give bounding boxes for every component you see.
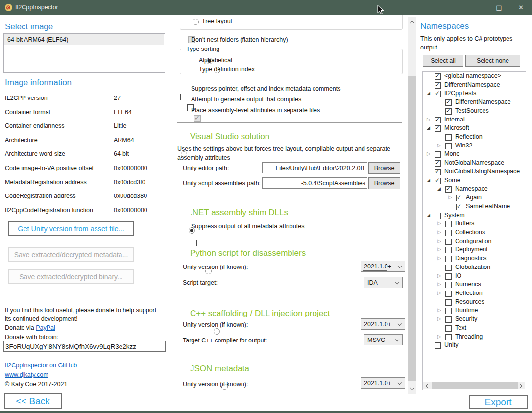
tree-item-differentnamespace[interactable]: DifferentNamespace	[423, 81, 526, 90]
cpp-scaffolding-radio[interactable]	[214, 328, 220, 335]
tree-item-checkbox[interactable]	[445, 99, 452, 106]
py-unity-version-combo[interactable]: 2021.1.0+	[361, 261, 405, 272]
tree-item-some[interactable]: ◢Some	[423, 177, 526, 186]
get-unity-version-button[interactable]: Get Unity version from asset file...	[8, 221, 134, 236]
tree-item-checkbox[interactable]	[445, 308, 452, 314]
image-list-item[interactable]: 64-bit ARM64 (ELF64)	[4, 34, 164, 45]
tree-item-microsoft[interactable]: ◢Microsoft	[423, 124, 526, 133]
bitcoin-address-input[interactable]: 3FoRUqUXgYj8NY8sMQfhX6vv9LqR3e2kzz	[3, 341, 166, 352]
tree-hscrollbar-thumb[interactable]	[432, 382, 518, 389]
tree-item-mono[interactable]: ▷Mono	[423, 150, 526, 159]
tree-item-deployment[interactable]: ▷Deployment	[423, 246, 526, 255]
close-icon[interactable]: ✕	[510, 0, 532, 15]
tree-item-checkbox[interactable]	[435, 213, 441, 219]
tree-item-checkbox[interactable]	[435, 117, 441, 123]
tree-item-runtime[interactable]: ▷Runtime	[423, 307, 526, 316]
tree-item-checkbox[interactable]	[435, 160, 441, 167]
collapse-icon[interactable]: ◢	[427, 125, 430, 130]
scroll-right-icon[interactable]	[518, 384, 523, 389]
tree-item-checkbox[interactable]	[435, 151, 441, 158]
collapse-icon[interactable]: ◢	[427, 91, 430, 96]
tree-item-security[interactable]: ▷Security	[423, 316, 526, 324]
tree-item-configuration[interactable]: ▷Configuration	[423, 238, 526, 246]
tree-item-namespace[interactable]: ◢Namespace	[423, 185, 526, 194]
option-checkbox[interactable]	[194, 115, 201, 122]
tree-item-globalization[interactable]: Globalization	[423, 264, 526, 272]
tree-item-checkbox[interactable]	[456, 204, 462, 210]
tree-item-il2cpptests[interactable]: ◢Il2CppTests	[423, 90, 526, 98]
website-link[interactable]: www.djkaty.com	[5, 371, 48, 378]
script-target-combo[interactable]: IDA	[364, 277, 403, 288]
tree-item-checkbox[interactable]	[445, 282, 452, 288]
browse-editor-path-button[interactable]: Browse	[368, 162, 400, 174]
cpp-unity-version-combo[interactable]: 2021.1.0+	[361, 318, 405, 330]
tree-item-diagnostics[interactable]: ▷Diagnostics	[423, 255, 526, 264]
back-button[interactable]: << Back	[4, 393, 62, 409]
tree-item-checkbox[interactable]	[445, 143, 452, 149]
tree-item-unity[interactable]: Unity	[423, 341, 526, 350]
tree-item-collections[interactable]: ▷Collections	[423, 229, 526, 238]
tree-item-checkbox[interactable]	[445, 316, 452, 323]
tree-item-reflection[interactable]: Reflection	[423, 133, 526, 142]
suppress-metadata-attrs-checkbox[interactable]	[196, 240, 203, 246]
options-scrollbar[interactable]	[408, 17, 416, 394]
tree-item-checkbox[interactable]	[445, 265, 452, 271]
script-assemblies-path-input[interactable]: -5.0.4\ScriptAssemblies	[262, 177, 367, 189]
maximize-icon[interactable]: □	[488, 0, 510, 15]
image-listbox[interactable]: 64-bit ARM64 (ELF64)	[3, 33, 165, 73]
tree-item-resources[interactable]: Resources	[423, 298, 526, 307]
save-metadata-button[interactable]: Save extracted/decrypted metadata...	[8, 247, 134, 262]
tree-item-reflection[interactable]: ▷Reflection	[423, 290, 526, 298]
tree-item-checkbox[interactable]	[435, 73, 441, 80]
cpp-compiler-combo[interactable]: MSVC	[364, 334, 403, 345]
tree-hscrollbar[interactable]	[423, 382, 525, 389]
tree-item-differentnamespace[interactable]: DifferentNamespace	[423, 98, 526, 107]
expand-icon[interactable]: ▷	[437, 334, 441, 339]
options-scrollbar-thumb[interactable]	[408, 76, 416, 381]
tree-item-checkbox[interactable]	[445, 325, 452, 332]
expand-icon[interactable]: ▷	[437, 229, 441, 235]
tree-item--global-namespace-[interactable]: <global namespace>	[423, 73, 526, 81]
tree-item-checkbox[interactable]	[445, 239, 452, 245]
paypal-link[interactable]: PayPal	[36, 324, 55, 331]
tree-item-win32[interactable]: ▷Win32	[423, 142, 526, 151]
expand-icon[interactable]: ▷	[437, 307, 441, 313]
tree-item-checkbox[interactable]	[435, 178, 441, 184]
export-button[interactable]: Export	[469, 395, 528, 409]
json-unity-version-combo[interactable]: 2021.1.0+	[361, 377, 405, 389]
tree-item-checkbox[interactable]	[445, 334, 452, 340]
github-link[interactable]: Il2CppInspector on GitHub	[5, 362, 77, 369]
collapse-icon[interactable]: ◢	[427, 213, 430, 218]
tree-item-sameleafname[interactable]: SameLeafName	[423, 203, 526, 212]
tree-item-buffers[interactable]: ▷Buffers	[423, 220, 526, 229]
tree-item-checkbox[interactable]	[445, 230, 452, 236]
expand-icon[interactable]: ▷	[437, 281, 441, 287]
tree-item-notglobalusingnamespace[interactable]: NotGlobalUsingNamespace	[423, 168, 526, 177]
tree-item-checkbox[interactable]	[435, 91, 441, 97]
tree-item-numerics[interactable]: ▷Numerics	[423, 281, 526, 290]
expand-icon[interactable]: ▷	[437, 238, 441, 243]
scroll-up-icon[interactable]	[410, 21, 415, 25]
expand-icon[interactable]: ▷	[437, 273, 441, 278]
namespaces-tree[interactable]: <global namespace>DifferentNamespace◢Il2…	[422, 71, 526, 390]
expand-icon[interactable]: ▷	[437, 316, 441, 321]
tree-item-checkbox[interactable]	[456, 195, 462, 201]
tree-item-checkbox[interactable]	[445, 299, 452, 306]
select-all-button[interactable]: Select all	[423, 55, 463, 67]
save-binary-button[interactable]: Save extracted/decrypted binary...	[8, 269, 134, 284]
tree-item-checkbox[interactable]	[445, 221, 452, 227]
scroll-down-icon[interactable]	[410, 386, 415, 390]
tree-item-checkbox[interactable]	[435, 342, 441, 349]
minimize-icon[interactable]: –	[466, 0, 488, 15]
option-checkbox[interactable]	[180, 94, 187, 100]
collapse-icon[interactable]: ◢	[427, 178, 430, 183]
tree-item-checkbox[interactable]	[445, 134, 452, 141]
unity-editor-path-input[interactable]: Files\Unity\Hub\Editor\2020.2.0f1	[262, 162, 367, 173]
expand-icon[interactable]: ▷	[448, 194, 452, 200]
tree-item-threading[interactable]: ▷Threading	[423, 333, 526, 342]
tree-item-system[interactable]: ◢System	[423, 212, 526, 220]
tree-item-notglobalnamespace[interactable]: NotGlobalNamespace	[423, 159, 526, 168]
tree-item-io[interactable]: ▷IO	[423, 272, 526, 281]
collapse-icon[interactable]: ◢	[437, 186, 441, 191]
expand-icon[interactable]: ▷	[427, 117, 431, 122]
